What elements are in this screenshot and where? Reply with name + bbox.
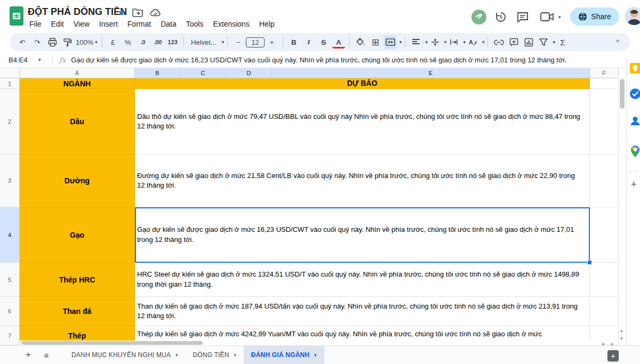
cell-b4-e4-merged-selected[interactable]: Gạo dự kiến sẽ được giao dịch ở mức 16,2…	[135, 207, 590, 263]
insert-chart-button[interactable]	[522, 35, 535, 49]
addon-badge-icon[interactable]	[471, 9, 487, 25]
sheets-logo-icon[interactable]	[9, 6, 24, 26]
increase-font-size-button[interactable]: +	[266, 35, 278, 49]
menu-insert[interactable]: Insert	[94, 19, 123, 29]
create-filter-button[interactable]	[537, 35, 550, 49]
cell-f4[interactable]	[590, 207, 619, 263]
row-header-6[interactable]: 6	[0, 297, 20, 326]
column-header-d[interactable]: D	[226, 68, 272, 78]
row-header-4[interactable]: 4	[0, 207, 20, 263]
share-button[interactable]: Share	[570, 7, 619, 26]
borders-button[interactable]: ⊞	[369, 35, 382, 49]
column-header-a[interactable]: A	[20, 68, 135, 78]
sheet-tab-dong-tien[interactable]: DÒNG TIỀN ▾	[185, 346, 243, 364]
menu-help[interactable]: Help	[254, 19, 279, 29]
cell-f1[interactable]	[590, 78, 619, 89]
filter-caret-icon[interactable]: ▾	[553, 39, 555, 45]
fill-handle[interactable]	[587, 260, 592, 265]
column-header-f[interactable]: F	[590, 68, 619, 78]
tab-caret-icon[interactable]: ▾	[175, 353, 178, 358]
cell-a4[interactable]: Gạo	[20, 207, 135, 263]
cell-b6-e6-merged[interactable]: Than dự kiến sẽ giao dịch ở mức 187,94 U…	[135, 297, 590, 326]
document-title[interactable]: ĐỘT PHÁ DÒNG TIỀN	[28, 6, 127, 18]
keep-icon[interactable]	[629, 62, 640, 74]
menu-edit[interactable]: Edit	[46, 19, 69, 29]
move-folder-icon[interactable]	[132, 9, 143, 17]
bold-button[interactable]: B	[287, 35, 300, 49]
select-all-corner[interactable]	[0, 68, 20, 78]
cell-f6[interactable]	[590, 297, 619, 326]
cell-f5[interactable]	[590, 263, 619, 297]
account-avatar[interactable]	[625, 7, 640, 25]
all-sheets-button[interactable]: ≡	[37, 351, 55, 360]
text-rotation-button[interactable]: A	[467, 35, 479, 49]
sheet-tab-danh-muc[interactable]: DANH MỤC KHUYẾN NGHỊ MUA ▾	[64, 346, 185, 364]
text-color-button[interactable]: A	[332, 38, 345, 48]
menu-data[interactable]: Data	[156, 19, 181, 29]
font-select[interactable]: Helvet...	[188, 35, 219, 49]
vertical-align-button[interactable]	[429, 35, 442, 49]
name-box[interactable]: B4:E4	[0, 56, 38, 64]
tab-caret-icon[interactable]: ▾	[314, 353, 316, 358]
paint-format-button[interactable]	[61, 35, 74, 49]
row-header-5[interactable]: 5	[0, 263, 20, 297]
add-sheet-button[interactable]: +	[19, 350, 37, 360]
menu-tools[interactable]: Tools	[181, 19, 209, 29]
star-icon[interactable]: ★	[117, 7, 125, 18]
cell-b1-e1-merged[interactable]: DỰ BÁO	[135, 78, 590, 89]
overlay-add-button[interactable]: +	[607, 350, 619, 361]
cell-a5[interactable]: Thép HRC	[20, 263, 135, 297]
meet-video-icon[interactable]	[540, 12, 554, 22]
print-button[interactable]	[46, 35, 59, 49]
cell-a3[interactable]: Dường	[20, 155, 135, 207]
italic-button[interactable]: I	[302, 35, 315, 49]
cell-a2[interactable]: Dầu	[20, 89, 135, 155]
column-header-c[interactable]: C	[180, 68, 226, 78]
horizontal-scrollbar-thumb[interactable]	[21, 341, 203, 345]
scroll-down-arrow[interactable]: ▾	[620, 336, 623, 341]
vertical-align-caret-icon[interactable]: ▾	[444, 39, 447, 45]
version-history-icon[interactable]	[494, 11, 507, 23]
contacts-icon[interactable]	[629, 115, 640, 127]
cell-a6[interactable]: Than đá	[20, 297, 135, 326]
horizontal-align-caret-icon[interactable]: ▾	[425, 39, 428, 45]
horizontal-align-button[interactable]	[410, 35, 422, 49]
formula-input[interactable]: Gạo dự kiến sẽ được giao dịch ở mức 16,2…	[71, 56, 640, 64]
cell-f2[interactable]	[590, 89, 619, 155]
row-header-1[interactable]: 1	[0, 78, 20, 89]
get-addons-button[interactable]: +	[631, 179, 637, 190]
menu-extensions[interactable]: Extensions	[208, 19, 254, 29]
cell-b2-e2-merged[interactable]: Dầu thô dự kiến sẽ giao dịch ở mức 79,47…	[135, 89, 590, 155]
sheet-tab-danh-gia-nganh-active[interactable]: ĐÁNH GIÁ NGÀNH ▾	[244, 346, 324, 364]
merge-cells-button[interactable]	[384, 35, 397, 49]
cell-b5-e5-merged[interactable]: HRC Steel dự kiến sẽ giao dịch ở mức 132…	[135, 263, 590, 297]
maps-icon[interactable]	[629, 145, 640, 158]
cell-b3-e3-merged[interactable]: Đường dự kiến sẽ giao dịch ở mức 21,58 C…	[135, 155, 590, 207]
zoom-select[interactable]: 100%▾	[76, 35, 98, 49]
font-size-input[interactable]: 12	[246, 37, 264, 47]
merge-caret-icon[interactable]: ▾	[399, 39, 402, 45]
menu-view[interactable]: View	[69, 19, 94, 29]
format-percent-button[interactable]: %	[122, 35, 134, 49]
text-wrap-caret-icon[interactable]: ▾	[463, 39, 466, 45]
row-header-2[interactable]: 2	[0, 89, 20, 155]
name-box-caret-icon[interactable]: ▾	[38, 57, 49, 62]
column-header-b[interactable]: B	[135, 68, 180, 78]
comment-history-icon[interactable]	[516, 11, 529, 23]
cell-f3[interactable]	[590, 155, 619, 207]
strikethrough-button[interactable]: S	[317, 35, 330, 49]
text-rotation-caret-icon[interactable]: ▾	[482, 39, 485, 45]
tasks-icon[interactable]	[629, 88, 640, 100]
text-wrap-button[interactable]	[447, 35, 460, 49]
menu-file[interactable]: File	[25, 19, 46, 29]
hide-toolbar-button[interactable]: ^	[611, 35, 624, 49]
meet-caret-icon[interactable]: ▾	[558, 14, 561, 20]
tab-caret-icon[interactable]: ▾	[234, 353, 236, 358]
decrease-font-size-button[interactable]: −	[232, 35, 245, 49]
fill-color-button[interactable]	[354, 35, 367, 49]
menu-format[interactable]: Format	[123, 19, 156, 29]
more-formats-button[interactable]: 123	[166, 35, 179, 49]
vertical-scrollbar-thumb[interactable]	[620, 79, 625, 109]
row-header-7[interactable]: 7	[0, 326, 20, 345]
format-currency-button[interactable]: £	[107, 35, 119, 49]
